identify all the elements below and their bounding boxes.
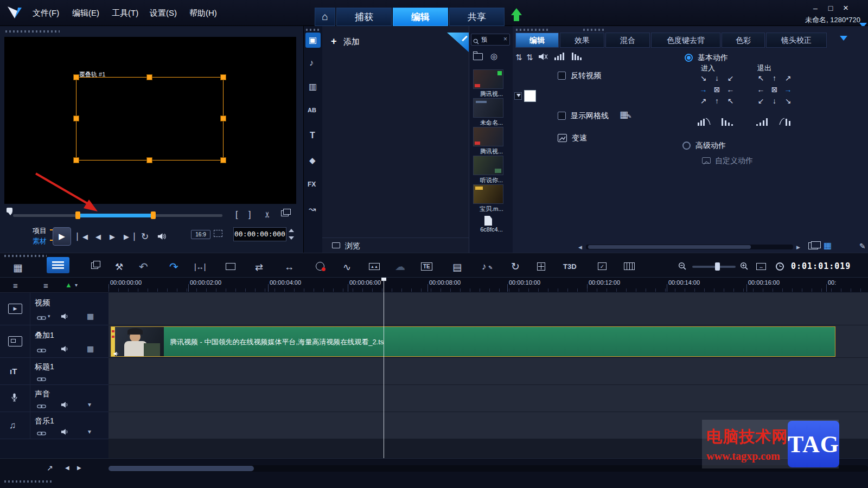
resize-handle-w[interactable] — [73, 115, 79, 121]
mute-icon[interactable] — [538, 53, 548, 63]
subtitle-editor-icon[interactable]: TE — [421, 262, 432, 271]
audio-wave-icon[interactable]: ∿ — [343, 261, 351, 273]
copy-icon[interactable] — [91, 262, 98, 269]
mark-in-icon[interactable]: [ — [235, 210, 238, 219]
library-thumb-2[interactable] — [473, 98, 503, 118]
play-button[interactable]: ▶ — [53, 227, 71, 246]
music-track-header[interactable]: ♫ 音乐1 ▾ — [0, 412, 108, 439]
project-mode-label[interactable]: 项目 — [33, 226, 47, 236]
fade-bars-icon[interactable] — [572, 52, 583, 62]
library-thumb-5[interactable] — [473, 184, 503, 204]
exit-arrow[interactable]: ↘ — [785, 97, 792, 105]
subtitle-library-icon[interactable]: AB — [308, 107, 316, 113]
zoom-slider-track[interactable] — [692, 266, 736, 268]
motion-tracker-icon[interactable] — [537, 262, 545, 271]
enter-arrow-selected[interactable]: → — [700, 85, 707, 94]
fit-timeline-icon[interactable]: ↔ — [756, 263, 766, 270]
panel-layout-icon[interactable] — [808, 242, 818, 249]
trim-handle-right[interactable] — [151, 211, 156, 219]
tools-icon[interactable]: ⚒ — [115, 261, 123, 273]
library-thumb-3[interactable] — [473, 127, 503, 146]
options-drag-handle[interactable] — [516, 29, 548, 31]
title-track-header[interactable]: ıT 标题1 — [0, 358, 108, 385]
timecode-decrement[interactable] — [289, 236, 294, 240]
library-thumb-1[interactable] — [473, 69, 503, 89]
exit-arrow[interactable]: ↖ — [758, 74, 764, 82]
enter-arrow[interactable]: ↗ — [700, 97, 707, 105]
track-grid-icon[interactable]: ▦ — [87, 312, 94, 320]
speed-icon[interactable] — [558, 134, 567, 142]
new-folder-icon[interactable] — [473, 53, 483, 60]
graphic-library-icon[interactable]: ◆ — [309, 156, 316, 164]
exit-arrow-selected[interactable]: → — [784, 85, 792, 94]
options-drag-handle2[interactable] — [583, 29, 605, 31]
record-capture-icon[interactable] — [316, 262, 324, 271]
panel-drag-handle[interactable] — [5, 30, 60, 33]
go-end-button[interactable]: ▶▕ — [124, 233, 135, 240]
mark-out-icon[interactable]: ] — [248, 210, 251, 219]
edit-pencil-icon[interactable]: ✎ — [859, 242, 866, 250]
options-tab-chroma[interactable]: 色度键去背 — [651, 33, 720, 48]
exit-arrow[interactable]: ↑ — [773, 74, 776, 82]
link-icon[interactable] — [37, 374, 46, 384]
track-manager-icon[interactable]: ≡ — [13, 281, 18, 290]
motion-library-icon[interactable]: ↝ — [309, 205, 316, 214]
add-track-icon[interactable]: ↗ — [47, 464, 53, 472]
track-mute-icon[interactable] — [61, 345, 69, 355]
resize-handle-e[interactable] — [220, 115, 226, 121]
resize-handle-s[interactable] — [146, 157, 152, 163]
exit-arrow[interactable]: ⊠ — [771, 85, 778, 94]
exit-arrow[interactable]: ↗ — [785, 74, 792, 82]
speed-label[interactable]: 变速 — [572, 133, 587, 143]
enter-arrow[interactable]: ← — [727, 85, 735, 94]
resize-handle-sw[interactable] — [73, 157, 79, 163]
resize-handle-n[interactable] — [146, 74, 152, 80]
tab-home[interactable]: ⌂ — [315, 8, 335, 26]
library-drag-handle[interactable] — [306, 29, 320, 31]
enlarge-preview-icon[interactable] — [281, 210, 289, 216]
search-clear-icon[interactable]: × — [503, 35, 507, 43]
check-board-icon[interactable]: ✓ — [598, 262, 607, 270]
fade-out-curve-icon[interactable] — [779, 117, 792, 128]
prev-frame-button[interactable]: ◀ — [95, 233, 101, 240]
trim-handle-left[interactable] — [75, 211, 80, 219]
sort-icon-2[interactable]: ⇅ — [526, 53, 533, 61]
pin-corner[interactable] — [447, 33, 469, 52]
resize-handle-ne[interactable] — [220, 74, 226, 80]
clip-mode-label[interactable]: 素材 — [33, 236, 47, 246]
scroll-timeline-left-icon[interactable]: ◀ — [65, 465, 69, 471]
volume-button[interactable] — [157, 233, 167, 242]
options-tab-color[interactable]: 色彩 — [722, 33, 765, 48]
menu-settings[interactable]: 设置(S) — [150, 8, 177, 18]
options-tab-effects[interactable]: 效果 — [560, 33, 604, 48]
fx-library-icon[interactable]: FX — [308, 181, 316, 188]
chapter-marker-icon[interactable]: ▲ — [65, 281, 72, 289]
tab-capture[interactable]: 捕获 — [336, 8, 392, 26]
timeline-view-button[interactable] — [47, 257, 69, 273]
video-track-lane[interactable] — [108, 293, 868, 325]
loop-button[interactable]: ↻ — [141, 232, 149, 241]
rotate-icon[interactable]: ↻ — [511, 260, 520, 273]
stretch-icon[interactable]: ↔ — [284, 261, 294, 273]
library-thumb-4[interactable] — [473, 156, 503, 175]
exit-arrow[interactable]: ← — [757, 85, 765, 94]
track-grid-icon[interactable]: ▦ — [87, 345, 94, 352]
track-sort-icon[interactable]: ≡ — [43, 281, 48, 290]
close-button[interactable]: × — [840, 3, 852, 13]
voice-track-header[interactable]: 声音 ▾ — [0, 385, 108, 412]
track-expand-icon[interactable]: ▾ — [88, 428, 91, 435]
playhead-line[interactable] — [384, 278, 384, 458]
ripple-range-icon[interactable]: |↔| — [194, 262, 206, 271]
custom-motion-label[interactable]: 自定义动作 — [715, 156, 753, 166]
minimize-button[interactable]: – — [809, 3, 821, 13]
link-icon[interactable] — [37, 401, 46, 411]
track-expand-icon[interactable]: ▾ — [88, 401, 91, 408]
timeline-clip[interactable]: 腾讯视频 - 中国领先的在线视频媒体平台,海量高清视频在线观看_2.ts — [111, 326, 835, 357]
cloud-icon[interactable]: ☁ — [395, 260, 405, 273]
timeline-hscroll-thumb[interactable] — [108, 466, 254, 471]
resize-handle-nw[interactable] — [73, 74, 79, 80]
zoom-out-icon[interactable] — [678, 262, 686, 272]
maximize-button[interactable]: □ — [825, 3, 837, 13]
exit-arrow[interactable]: ↙ — [758, 97, 764, 105]
zoom-in-icon[interactable] — [740, 262, 748, 272]
